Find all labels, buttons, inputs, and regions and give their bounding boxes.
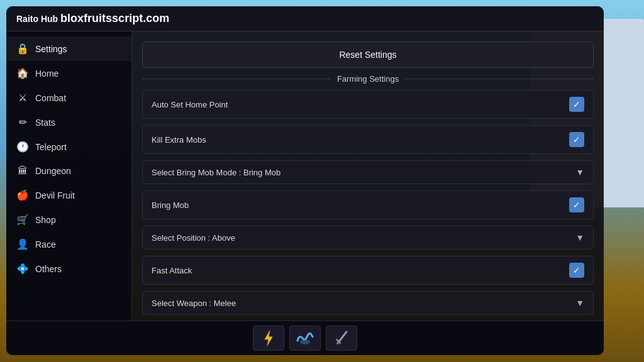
checkmark-icon-3: ✓ bbox=[573, 200, 580, 210]
sidebar-label-teleport: Teleport bbox=[35, 142, 67, 152]
others-icon: 💠 bbox=[16, 263, 29, 275]
sidebar-item-home[interactable]: 🏠 Home bbox=[6, 61, 131, 85]
setting-bring-mob[interactable]: Bring Mob ✓ bbox=[142, 190, 594, 219]
svg-point-4 bbox=[336, 342, 339, 344]
sidebar-label-shop: Shop bbox=[35, 215, 56, 225]
sidebar: 🔒 Settings 🏠 Home ⚔ Combat ✏ Stats 🕐 Tel… bbox=[6, 31, 132, 321]
sidebar-item-shop[interactable]: 🛒 Shop bbox=[6, 207, 131, 232]
dropdown-arrow-icon-3: ▼ bbox=[575, 298, 584, 308]
main-content: Reset Settings Farming Settings Auto Set… bbox=[132, 31, 604, 321]
setting-position[interactable]: Select Position : Above ▼ bbox=[142, 226, 594, 250]
dropdown-arrow-icon-2: ▼ bbox=[575, 233, 584, 243]
setting-kill-mobs-label: Kill Extra Mobs bbox=[152, 135, 206, 145]
setting-kill-mobs[interactable]: Kill Extra Mobs ✓ bbox=[142, 125, 594, 154]
sidebar-item-settings[interactable]: 🔒 Settings bbox=[6, 36, 131, 61]
setting-bring-mob-mode-label: Select Bring Mob Mode : Bring Mob bbox=[152, 168, 280, 177]
sidebar-label-combat: Combat bbox=[35, 93, 66, 103]
reset-settings-button[interactable]: Reset Settings bbox=[142, 41, 594, 68]
sidebar-label-home: Home bbox=[35, 69, 58, 79]
checkmark-icon-2: ✓ bbox=[573, 134, 580, 145]
lock-icon: 🔒 bbox=[16, 43, 29, 55]
stats-icon: ✏ bbox=[16, 116, 29, 128]
dropdown-arrow-icon: ▼ bbox=[575, 167, 584, 177]
section-line-left bbox=[142, 79, 331, 79]
svg-marker-0 bbox=[265, 331, 272, 346]
setting-fast-attack-checkbox[interactable]: ✓ bbox=[569, 263, 584, 278]
watermark-text: bloxfruitsscript.com bbox=[60, 12, 169, 25]
race-icon: 👤 bbox=[16, 238, 29, 250]
setting-kill-mobs-checkbox[interactable]: ✓ bbox=[569, 132, 584, 147]
section-title: Farming Settings bbox=[142, 74, 594, 84]
sidebar-item-dungeon[interactable]: 🏛 Dungeon bbox=[6, 159, 131, 183]
section-line-right bbox=[405, 79, 594, 79]
setting-fast-attack[interactable]: Fast Attack ✓ bbox=[142, 256, 594, 285]
setting-bring-mob-checkbox[interactable]: ✓ bbox=[569, 197, 584, 212]
teleport-icon: 🕐 bbox=[16, 141, 29, 153]
setting-position-label: Select Position : Above bbox=[152, 233, 235, 243]
home-icon: 🏠 bbox=[16, 67, 29, 79]
svg-point-1 bbox=[300, 339, 310, 344]
setting-auto-home-checkbox[interactable]: ✓ bbox=[569, 97, 584, 112]
dungeon-icon: 🏛 bbox=[16, 165, 29, 177]
sidebar-label-race: Race bbox=[35, 239, 56, 250]
sidebar-item-combat[interactable]: ⚔ Combat bbox=[6, 85, 131, 110]
sidebar-item-race[interactable]: 👤 Race bbox=[6, 232, 131, 256]
setting-weapon-label: Select Weapon : Melee bbox=[152, 299, 236, 308]
setting-bring-mob-label: Bring Mob bbox=[152, 200, 189, 210]
devil-fruit-icon: 🍎 bbox=[16, 189, 29, 201]
main-panel: Raito Hub bloxfruitsscript.com 🔒 Setting… bbox=[6, 6, 604, 355]
sidebar-item-devil-fruit[interactable]: 🍎 Devil Fruit bbox=[6, 183, 131, 207]
checkmark-icon-4: ✓ bbox=[573, 265, 580, 275]
combat-icon: ⚔ bbox=[16, 92, 29, 104]
setting-auto-home[interactable]: Auto Set Home Point ✓ bbox=[142, 90, 594, 119]
sidebar-label-others: Others bbox=[35, 264, 62, 274]
bottom-icon-wave[interactable] bbox=[289, 326, 321, 351]
sidebar-label-settings: Settings bbox=[35, 44, 67, 54]
checkmark-icon: ✓ bbox=[573, 99, 580, 109]
panel-body: 🔒 Settings 🏠 Home ⚔ Combat ✏ Stats 🕐 Tel… bbox=[6, 31, 604, 321]
sidebar-item-others[interactable]: 💠 Others bbox=[6, 256, 131, 281]
bottom-icon-lightning[interactable] bbox=[253, 326, 284, 351]
bottom-bar bbox=[6, 321, 604, 355]
setting-weapon[interactable]: Select Weapon : Melee ▼ bbox=[142, 291, 594, 315]
bottom-icon-sword[interactable] bbox=[326, 326, 357, 351]
sidebar-item-teleport[interactable]: 🕐 Teleport bbox=[6, 134, 131, 159]
setting-auto-home-label: Auto Set Home Point bbox=[152, 100, 228, 109]
sidebar-label-stats: Stats bbox=[35, 118, 55, 128]
sidebar-item-stats[interactable]: ✏ Stats bbox=[6, 110, 131, 134]
section-title-text: Farming Settings bbox=[337, 74, 399, 84]
sidebar-label-dungeon: Dungeon bbox=[35, 166, 71, 176]
panel-title: Raito Hub bbox=[16, 14, 58, 24]
setting-bring-mob-mode[interactable]: Select Bring Mob Mode : Bring Mob ▼ bbox=[142, 160, 594, 184]
setting-fast-attack-label: Fast Attack bbox=[152, 266, 192, 275]
panel-header: Raito Hub bloxfruitsscript.com bbox=[6, 6, 604, 31]
sidebar-label-devil-fruit: Devil Fruit bbox=[35, 190, 75, 200]
shop-icon: 🛒 bbox=[16, 214, 29, 226]
